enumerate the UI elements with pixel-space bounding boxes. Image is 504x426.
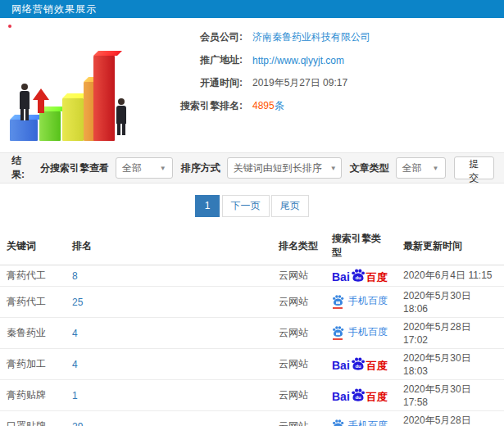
bar-blue xyxy=(10,120,38,141)
promo-url-link[interactable]: http://www.qlyyjt.com xyxy=(252,55,344,66)
chevron-down-icon: ▼ xyxy=(330,165,337,172)
svg-text:du: du xyxy=(355,363,361,368)
rank-type-cell: 云网站 xyxy=(272,349,325,380)
updated-time-cell: 2020年6月4日 11:15 xyxy=(397,265,504,287)
member-info-list: 会员公司: 济南秦鲁药业科技有限公司 推广地址: http://www.qlyy… xyxy=(146,18,504,114)
promo-url-label: 推广地址: xyxy=(146,53,243,67)
engine-type-cell: Bai du 百度 xyxy=(325,349,397,380)
keyword-cell: 膏药代工 xyxy=(0,287,66,318)
sort-label: 排序方式 xyxy=(181,161,220,175)
result-label: 结果: xyxy=(11,154,32,182)
baidu-mobile-logo: 手机百度 xyxy=(332,325,388,338)
red-underline-decoration xyxy=(333,338,343,340)
engine-label: 手机百度 xyxy=(348,327,388,337)
baidu-mobile-paw-icon xyxy=(332,325,344,338)
baidu-paw-icon: du xyxy=(351,388,366,402)
baidu-latin-text: Bai xyxy=(332,391,350,402)
summary-section: 会员公司: 济南秦鲁药业科技有限公司 推广地址: http://www.qlyy… xyxy=(0,18,504,152)
rank-type-cell: 云网站 xyxy=(272,318,325,349)
company-name-link[interactable]: 济南秦鲁药业科技有限公司 xyxy=(252,30,370,44)
bar-green xyxy=(39,111,61,141)
filter-bar: 结果: 分搜索引擎查看 全部 ▼ 排序方式 关键词由短到长排序 ▼ 文章类型 全… xyxy=(0,152,504,184)
rank-link[interactable]: 4 xyxy=(66,349,272,380)
sort-select[interactable]: 关键词由短到长排序 ▼ xyxy=(227,157,342,179)
open-time-value: 2019年5月27日 09:17 xyxy=(252,76,347,90)
keyword-rank-table: 关键词 排名 排名类型 搜索引擎类型 最新更新时间 膏药代工 8 云网站 Bai… xyxy=(0,227,504,426)
bar-red xyxy=(93,56,115,141)
bar-yellow xyxy=(62,98,84,141)
engine-rank-value: 4895条 xyxy=(252,99,284,113)
rank-link[interactable]: 25 xyxy=(66,287,272,318)
baidu-pc-logo: Bai du 百度 xyxy=(332,269,388,283)
baidu-cn-text: 百度 xyxy=(366,360,388,371)
updated-time-cell: 2020年5月30日 18:06 xyxy=(397,287,504,318)
rank-link[interactable]: 8 xyxy=(66,265,272,287)
engine-filter-select[interactable]: 全部 ▼ xyxy=(116,157,173,179)
baidu-pc-logo: Bai du 百度 xyxy=(332,357,388,371)
updated-time-cell: 2020年5月28日 16:55 xyxy=(397,411,504,426)
article-type-label: 文章类型 xyxy=(350,161,389,175)
rank-link[interactable]: 1 xyxy=(66,380,272,411)
table-row: 秦鲁药业 4 云网站 手机百度 2020年5月28日 17:02 xyxy=(0,318,504,349)
table-row: 膏药代工 8 云网站 Bai du 百度 2020年6月4日 11:15 xyxy=(0,265,504,287)
open-time-label: 开通时间: xyxy=(146,76,243,90)
header-rank-type: 排名类型 xyxy=(272,227,325,265)
updated-time-cell: 2020年5月28日 17:02 xyxy=(397,318,504,349)
company-label: 会员公司: xyxy=(146,30,243,44)
info-row-rank-count: 搜索引擎排名: 4895条 xyxy=(146,98,504,114)
info-row-open-time: 开通时间: 2019年5月27日 09:17 xyxy=(146,75,504,91)
rank-type-cell: 云网站 xyxy=(272,287,325,318)
engine-filter-value: 全部 xyxy=(122,161,142,175)
engine-type-cell: Bai du 百度 xyxy=(325,265,397,287)
chevron-down-icon: ▼ xyxy=(433,165,439,172)
submit-button[interactable]: 提交 xyxy=(454,156,494,179)
rank-type-cell: 云网站 xyxy=(272,380,325,411)
engine-rank-label: 搜索引擎排名: xyxy=(146,99,243,113)
info-row-company: 会员公司: 济南秦鲁药业科技有限公司 xyxy=(146,29,504,45)
page-title-bar: 网络营销效果展示 xyxy=(0,0,504,18)
header-engine-type: 搜索引擎类型 xyxy=(325,227,397,265)
sort-value: 关键词由短到长排序 xyxy=(234,161,322,175)
baidu-cn-text: 百度 xyxy=(366,272,388,283)
engine-filter-label: 分搜索引擎查看 xyxy=(40,161,109,175)
red-underline-decoration xyxy=(333,307,343,309)
baidu-mobile-logo: 手机百度 xyxy=(332,419,388,426)
keyword-cell: 秦鲁药业 xyxy=(0,318,66,349)
table-row: 膏药代工 25 云网站 手机百度 2020年5月30日 18:06 xyxy=(0,287,504,318)
engine-type-cell: 手机百度 xyxy=(325,318,397,349)
next-page-button[interactable]: 下一页 xyxy=(222,195,270,217)
table-row: 膏药贴牌 1 云网站 Bai du 百度 2020年5月30日 17:58 xyxy=(0,380,504,411)
rank-type-cell: 云网站 xyxy=(272,411,325,426)
page-button-1[interactable]: 1 xyxy=(195,195,220,217)
last-page-button[interactable]: 尾页 xyxy=(271,195,309,217)
engine-label: 手机百度 xyxy=(348,420,388,426)
baidu-mobile-paw-icon xyxy=(332,294,344,307)
keyword-cell: 膏药代工 xyxy=(0,265,66,287)
article-type-value: 全部 xyxy=(402,161,422,175)
bar-chart-illustration xyxy=(2,23,141,147)
table-header-row: 关键词 排名 排名类型 搜索引擎类型 最新更新时间 xyxy=(0,227,504,265)
chevron-down-icon: ▼ xyxy=(160,165,166,172)
baidu-latin-text: Bai xyxy=(332,360,350,371)
baidu-paw-icon: du xyxy=(351,269,366,283)
baidu-mobile-logo: 手机百度 xyxy=(332,294,388,307)
svg-text:du: du xyxy=(355,394,361,399)
businessman-figure-right xyxy=(115,98,128,141)
page-title: 网络营销效果展示 xyxy=(11,3,97,15)
header-rank: 排名 xyxy=(66,227,272,265)
updated-time-cell: 2020年5月30日 17:58 xyxy=(397,380,504,411)
keyword-cell: 膏药加工 xyxy=(0,349,66,380)
svg-text:du: du xyxy=(355,274,361,279)
article-type-select[interactable]: 全部 ▼ xyxy=(396,157,446,179)
rank-link[interactable]: 29 xyxy=(66,411,272,426)
rank-link[interactable]: 4 xyxy=(66,318,272,349)
info-row-url: 推广地址: http://www.qlyyjt.com xyxy=(146,52,504,68)
confetti-dots-decoration xyxy=(8,25,11,28)
baidu-mobile-paw-icon xyxy=(332,419,344,426)
header-updated: 最新更新时间 xyxy=(397,227,504,265)
keyword-cell: 口罩贴牌 xyxy=(0,411,66,426)
header-keyword: 关键词 xyxy=(0,227,66,265)
rank-count-unit: 条 xyxy=(275,100,284,111)
engine-type-cell: 手机百度 xyxy=(325,287,397,318)
growth-arrow-icon xyxy=(33,88,49,100)
